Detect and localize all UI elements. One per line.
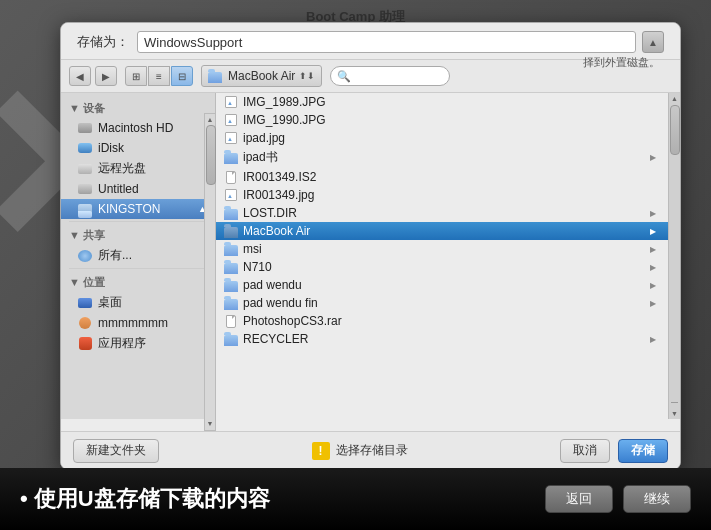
file-item[interactable]: PhotoshopCS3.rar (216, 312, 670, 330)
file-item[interactable]: msi ▶ (216, 240, 670, 258)
file-item[interactable]: ipad书 ▶ (216, 147, 670, 168)
location-dropdown[interactable]: MacBook Air ⬆⬇ (201, 65, 322, 87)
file-item[interactable]: N710 ▶ (216, 258, 670, 276)
sidebar-item-idisk[interactable]: iDisk (61, 138, 215, 158)
desktop-icon (77, 295, 93, 311)
file-item-macbook-air[interactable]: MacBook Air ▶ (216, 222, 670, 240)
warning-icon: ! (312, 442, 330, 460)
new-folder-button[interactable]: 新建文件夹 (73, 439, 159, 463)
sidebar-item-macintosh-hd[interactable]: Macintosh HD (61, 118, 215, 138)
scroll-down-arrow[interactable]: ▼ (205, 418, 215, 428)
search-input[interactable] (354, 70, 443, 82)
file-item[interactable]: pad wendu ▶ (216, 276, 670, 294)
search-box[interactable]: 🔍 (330, 66, 450, 86)
location-label: MacBook Air (228, 69, 295, 83)
file-type-icon (224, 242, 238, 256)
all-label: 所有... (98, 247, 132, 264)
apps-label: 应用程序 (98, 335, 146, 352)
forward-button[interactable]: ▶ (95, 66, 117, 86)
sidebar-section-devices: ▼ 设备 (61, 97, 215, 118)
file-name: IMG_1989.JPG (243, 95, 326, 109)
file-item[interactable]: pad wendu fin ▶ (216, 294, 670, 312)
sidebar-item-untitled[interactable]: Untitled (61, 179, 215, 199)
user-icon (77, 315, 93, 331)
file-type-icon (224, 314, 238, 328)
file-type-icon (224, 278, 238, 292)
file-type-icon (224, 113, 238, 127)
scroll-mid-btn[interactable]: — (671, 398, 678, 405)
file-list-scrollbar[interactable]: ▲ — ▼ (668, 93, 680, 419)
file-name: IR001349.IS2 (243, 170, 316, 184)
file-list-container: IMG_1989.JPG IMG_1990.JPG ipad.jpg ipad书… (216, 93, 680, 419)
cancel-button[interactable]: 取消 (560, 439, 610, 463)
status-area: ! 选择存储目录 (167, 442, 552, 460)
sidebar-item-remote-disk[interactable]: 远程光盘 (61, 158, 215, 179)
sidebar-item-desktop[interactable]: 桌面 (61, 292, 215, 313)
apps-icon (77, 336, 93, 352)
file-item[interactable]: ipad.jpg (216, 129, 670, 147)
hint-text: 择到外置磁盘。 (583, 55, 660, 70)
arrow-icon: ▶ (650, 263, 656, 272)
scroll-handle (670, 105, 680, 155)
file-type-icon (224, 170, 238, 184)
scroll-thumb (206, 125, 216, 185)
file-name: IR001349.jpg (243, 188, 314, 202)
view-list-btn[interactable]: ≡ (148, 66, 170, 86)
scroll-up-btn[interactable]: ▲ (671, 93, 678, 104)
file-list: IMG_1989.JPG IMG_1990.JPG ipad.jpg ipad书… (216, 93, 670, 419)
file-type-icon (224, 151, 238, 165)
all-icon (77, 248, 93, 264)
desktop-label: 桌面 (98, 294, 122, 311)
file-item[interactable]: IMG_1989.JPG (216, 93, 670, 111)
file-type-icon (224, 260, 238, 274)
nav-buttons: 返回 继续 (545, 485, 691, 513)
idisk-label: iDisk (98, 141, 124, 155)
save-button[interactable]: 存储 (618, 439, 668, 463)
file-name: pad wendu fin (243, 296, 318, 310)
content-area: ▼ 设备 Macintosh HD iDisk 远程光盘 (61, 93, 680, 419)
arrow-icon: ▶ (650, 209, 656, 218)
instruction-bar: • 使用U盘存储下载的内容 返回 继续 (0, 468, 711, 530)
file-name: ipad.jpg (243, 131, 285, 145)
file-name: LOST.DIR (243, 206, 297, 220)
file-name: PhotoshopCS3.rar (243, 314, 342, 328)
continue-nav-button[interactable]: 继续 (623, 485, 691, 513)
file-name: RECYCLER (243, 332, 308, 346)
file-item[interactable]: RECYCLER ▶ (216, 330, 670, 348)
sidebar-item-kingston[interactable]: KINGSTON ▲ (61, 199, 215, 219)
divider-1 (69, 221, 207, 222)
dropdown-arrow-icon: ⬆⬇ (299, 71, 315, 81)
back-nav-button[interactable]: 返回 (545, 485, 613, 513)
expand-button[interactable]: ▲ (642, 31, 664, 53)
arrow-icon: ▶ (650, 245, 656, 254)
file-item[interactable]: IR001349.jpg (216, 186, 670, 204)
file-type-icon (224, 206, 238, 220)
idisk-icon (77, 140, 93, 156)
sidebar-item-all[interactable]: 所有... (61, 245, 215, 266)
instruction-text: • 使用U盘存储下载的内容 (20, 484, 545, 514)
file-item[interactable]: LOST.DIR ▶ (216, 204, 670, 222)
view-icon-btn[interactable]: ⊞ (125, 66, 147, 86)
sidebar-scrollbar[interactable]: ▲ ▼ (204, 113, 216, 431)
sidebar-section-places: ▼ 位置 (61, 271, 215, 292)
file-type-icon (224, 296, 238, 310)
arrow-icon: ▶ (650, 153, 656, 162)
save-as-label: 存储为： (77, 33, 129, 51)
sidebar-item-apps[interactable]: 应用程序 (61, 333, 215, 354)
macintosh-hd-label: Macintosh HD (98, 121, 173, 135)
scroll-up-arrow[interactable]: ▲ (205, 114, 215, 124)
scroll-down-btn[interactable]: ▼ (671, 410, 678, 417)
sidebar-item-mmmmmmm[interactable]: mmmmmmm (61, 313, 215, 333)
file-item[interactable]: IR001349.IS2 (216, 168, 670, 186)
mmmmmmm-label: mmmmmmm (98, 316, 168, 330)
untitled-label: Untitled (98, 182, 139, 196)
view-column-btn[interactable]: ⊟ (171, 66, 193, 86)
file-name: N710 (243, 260, 272, 274)
back-button[interactable]: ◀ (69, 66, 91, 86)
arrow-icon: ▶ (650, 281, 656, 290)
file-item[interactable]: IMG_1990.JPG (216, 111, 670, 129)
file-type-icon (224, 224, 238, 238)
file-type-icon (224, 95, 238, 109)
save-as-input[interactable] (137, 31, 636, 53)
file-name: IMG_1990.JPG (243, 113, 326, 127)
